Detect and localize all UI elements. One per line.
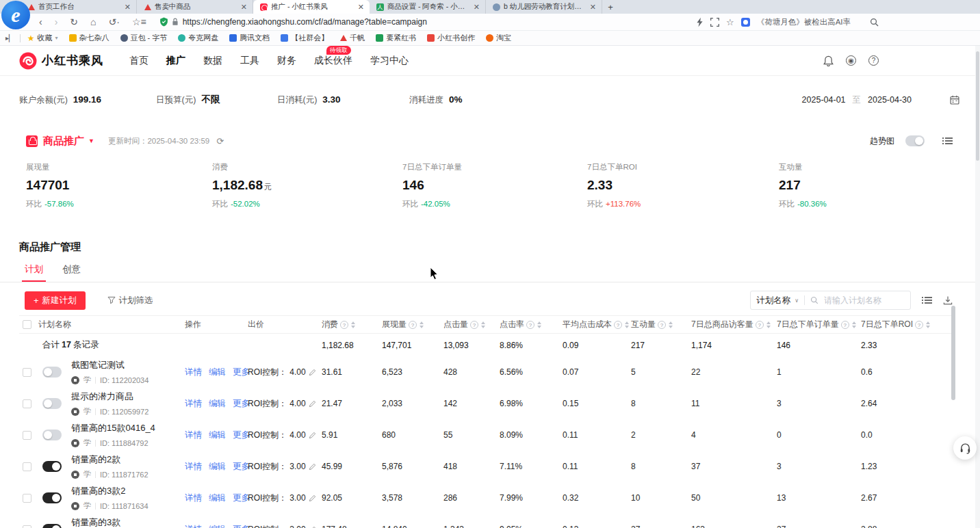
search-field-select[interactable]: 计划名称∨ (756, 295, 799, 306)
sort-icon[interactable] (766, 321, 771, 328)
browser-tab-2[interactable]: 售卖中商品 ✕ (137, 0, 253, 14)
plan-filter-button[interactable]: 计划筛选 (107, 295, 153, 306)
nav-learning[interactable]: 学习中心 (370, 52, 409, 70)
calendar-icon[interactable] (950, 95, 959, 105)
col-cpc[interactable]: 平均点击成本 (563, 319, 631, 330)
row-checkbox[interactable] (23, 462, 31, 471)
col-plan-name[interactable]: 计划名称 (38, 319, 185, 330)
sort-icon[interactable] (669, 321, 673, 328)
tab-close-icon[interactable]: ✕ (472, 3, 481, 12)
col-visitors-7d[interactable]: 7日总商品访客量 (691, 319, 777, 330)
refresh-icon[interactable]: ⟳ (216, 136, 224, 146)
rewards-icon[interactable]: ◉ (846, 55, 856, 66)
window-scrollbar[interactable] (975, 46, 980, 528)
tab-plan[interactable]: 计划 (25, 263, 43, 282)
plan-toggle[interactable] (42, 524, 62, 528)
plan-name[interactable]: 销量高的15款0416_4 (71, 422, 155, 434)
column-settings-icon[interactable] (922, 296, 932, 305)
search-icon[interactable] (870, 18, 879, 27)
reload-icon[interactable]: ↻ (64, 17, 84, 27)
edit-link[interactable]: 编辑 (209, 367, 226, 378)
sort-icon[interactable] (481, 321, 485, 328)
browser-tab-1[interactable]: 首页工作台 ✕ (21, 0, 137, 14)
edit-link[interactable]: 编辑 (209, 524, 226, 528)
edit-bid-icon[interactable] (309, 369, 316, 376)
info-icon[interactable] (841, 321, 849, 329)
home-icon[interactable]: ⌂ (84, 17, 102, 27)
plan-toggle[interactable] (42, 461, 62, 472)
promo-title[interactable]: 商品推广 (43, 135, 84, 148)
plan-search-input[interactable] (824, 295, 905, 305)
select-all-checkbox[interactable] (23, 320, 31, 329)
url-text[interactable]: https://chengfeng.xiaohongshu.com/cf/ad/… (183, 17, 427, 27)
sort-icon[interactable] (852, 321, 856, 328)
tab-close-icon[interactable]: ✕ (123, 3, 132, 12)
sort-icon[interactable] (926, 321, 930, 328)
trend-toggle[interactable] (905, 135, 925, 146)
info-icon[interactable] (340, 321, 348, 329)
edit-bid-icon[interactable] (309, 400, 316, 408)
bolt-icon[interactable] (696, 17, 704, 27)
edit-link[interactable]: 编辑 (209, 461, 226, 473)
new-plan-button[interactable]: + 新建计划 (25, 291, 86, 310)
edit-link[interactable]: 编辑 (209, 492, 226, 504)
help-icon[interactable]: ? (868, 55, 879, 66)
customer-service-button[interactable] (953, 436, 977, 460)
row-checkbox[interactable] (23, 431, 31, 440)
new-tab-button[interactable]: + (602, 0, 619, 14)
col-ctr[interactable]: 点击率 (500, 319, 563, 330)
bookmark-folder[interactable]: 杂七杂八 (69, 33, 109, 43)
metric-settings-icon[interactable] (942, 137, 953, 146)
brand[interactable]: 小红书乘风 (19, 52, 103, 70)
plan-toggle[interactable] (42, 367, 62, 378)
row-checkbox[interactable] (23, 368, 31, 377)
bell-icon[interactable] (823, 55, 834, 66)
row-checkbox[interactable] (23, 494, 31, 503)
edit-bid-icon[interactable] (309, 526, 316, 528)
bookmark-doubao[interactable]: 豆包 - 字节 (120, 33, 168, 43)
detail-link[interactable]: 详情 (185, 492, 202, 504)
ai-notice-text[interactable]: 《荷塘月色》被检出高AI率 (757, 17, 851, 27)
info-icon[interactable] (658, 321, 666, 329)
bookmark-tencent-docs[interactable]: 腾讯文档 (229, 33, 270, 43)
sort-icon[interactable] (625, 321, 629, 328)
download-icon[interactable] (943, 295, 953, 305)
plan-toggle[interactable] (42, 492, 62, 503)
detail-link[interactable]: 详情 (185, 524, 202, 528)
sort-icon[interactable] (420, 321, 424, 328)
browser-tab-4[interactable]: 商品设置 - 阿奇索 - 小红书自动… ✕ (370, 0, 486, 14)
edit-bid-icon[interactable] (309, 432, 316, 439)
info-icon[interactable] (614, 321, 622, 329)
bookmark-taobao[interactable]: 淘宝 (486, 33, 511, 43)
plan-name[interactable]: 销量高的3款 (71, 516, 149, 528)
col-roi-7d[interactable]: 7日总下单ROI (861, 319, 951, 330)
nav-finance[interactable]: 财务 (277, 52, 296, 70)
edit-link[interactable]: 编辑 (209, 398, 226, 410)
nav-data[interactable]: 数据 (203, 52, 222, 70)
tab-close-icon[interactable]: ✕ (589, 3, 597, 12)
chevron-down-icon[interactable]: ▼ (88, 137, 94, 144)
bookmark-favorites[interactable]: ★ 收藏▾ (27, 33, 58, 43)
nav-home[interactable]: 首页 (129, 52, 149, 70)
plan-name[interactable]: 销量高的3款2 (71, 485, 149, 497)
bookmark-community[interactable]: 【社群会】 (281, 33, 328, 43)
bookmark-netdisk[interactable]: 夸克网盘 (178, 33, 218, 43)
col-cost[interactable]: 消费 (322, 319, 382, 330)
sort-icon[interactable] (351, 321, 355, 328)
detail-link[interactable]: 详情 (185, 398, 202, 410)
tab-close-icon[interactable]: ✕ (240, 3, 248, 12)
bookmark-hongshu-tool[interactable]: 要紧红书 (376, 33, 416, 43)
sort-icon[interactable] (537, 321, 541, 328)
col-impressions[interactable]: 展现量 (382, 319, 443, 330)
favorites-icon[interactable]: ☆≡ (126, 17, 153, 27)
undo-icon[interactable]: ↺· (103, 17, 126, 27)
date-range-picker[interactable]: 2025-04-01 至 2025-04-30 (802, 94, 959, 106)
favorite-star-icon[interactable]: ☆ (726, 17, 734, 27)
browser-tab-5[interactable]: b 幼儿园劳动教育计划总结方案… ✕ (486, 0, 602, 14)
tab-close-icon[interactable]: ✕ (357, 3, 365, 12)
plan-toggle[interactable] (42, 430, 62, 440)
info-icon[interactable] (526, 321, 534, 329)
tab-creative[interactable]: 创意 (62, 263, 81, 282)
info-icon[interactable] (756, 321, 764, 329)
browser-tab-3-active[interactable]: 推广 - 小红书乘风 ✕ (253, 0, 370, 14)
